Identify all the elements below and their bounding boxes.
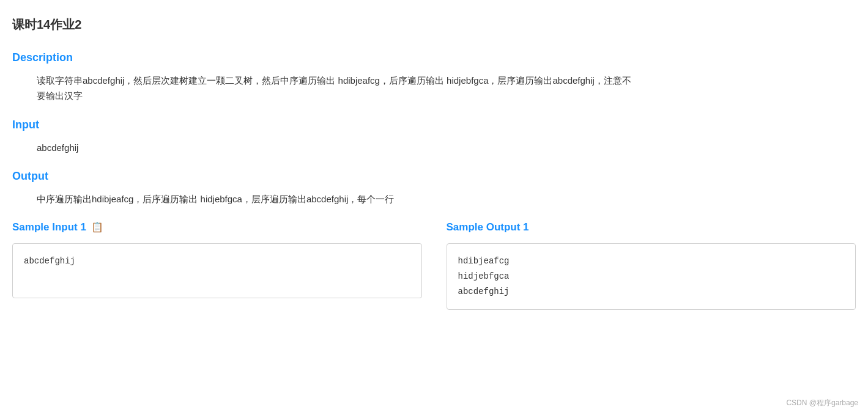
description-heading: Description — [12, 49, 856, 67]
input-heading: Input — [12, 116, 856, 134]
description-content: 读取字符串abcdefghij，然后层次建树建立一颗二叉树，然后中序遍历输出 h… — [12, 73, 856, 104]
sample-output-label: Sample Output 1 — [447, 219, 529, 235]
watermark: CSDN @程序garbage — [786, 397, 858, 409]
output-section: Output 中序遍历输出hdibjeafcg，后序遍历输出 hidjebfgc… — [12, 167, 856, 207]
description-section: Description 读取字符串abcdefghij，然后层次建树建立一颗二叉… — [12, 49, 856, 104]
copy-icon[interactable]: 📋 — [91, 219, 103, 235]
sample-input-value: abcdefghij — [24, 256, 75, 266]
sample-output-line-2: hidjebfgca — [458, 269, 845, 284]
description-line1: 读取字符串abcdefghij，然后层次建树建立一颗二叉树，然后中序遍历输出 h… — [37, 73, 856, 89]
sample-output-box: hdibjeafcg hidjebfgca abcdefghij — [447, 243, 856, 310]
sample-output-line-1: hdibjeafcg — [458, 254, 845, 269]
sample-input-label: Sample Input 1 — [12, 219, 86, 235]
sample-output-col: Sample Output 1 hdibjeafcg hidjebfgca ab… — [447, 219, 856, 310]
sample-input-heading: Sample Input 1 📋 — [12, 219, 422, 235]
sample-input-col: Sample Input 1 📋 abcdefghij — [12, 219, 422, 310]
samples-container: Sample Input 1 📋 abcdefghij Sample Outpu… — [12, 219, 856, 310]
input-content: abcdefghij — [12, 140, 856, 156]
output-heading: Output — [12, 167, 856, 185]
output-content: 中序遍历输出hdibjeafcg，后序遍历输出 hidjebfgca，层序遍历输… — [12, 191, 856, 207]
input-section: Input abcdefghij — [12, 116, 856, 155]
sample-input-box: abcdefghij — [12, 243, 422, 298]
description-line2: 要输出汉字 — [37, 88, 856, 104]
sample-output-line-3: abcdefghij — [458, 284, 845, 299]
page-title: 课时14作业2 — [12, 15, 856, 34]
sample-output-heading: Sample Output 1 — [447, 219, 856, 235]
